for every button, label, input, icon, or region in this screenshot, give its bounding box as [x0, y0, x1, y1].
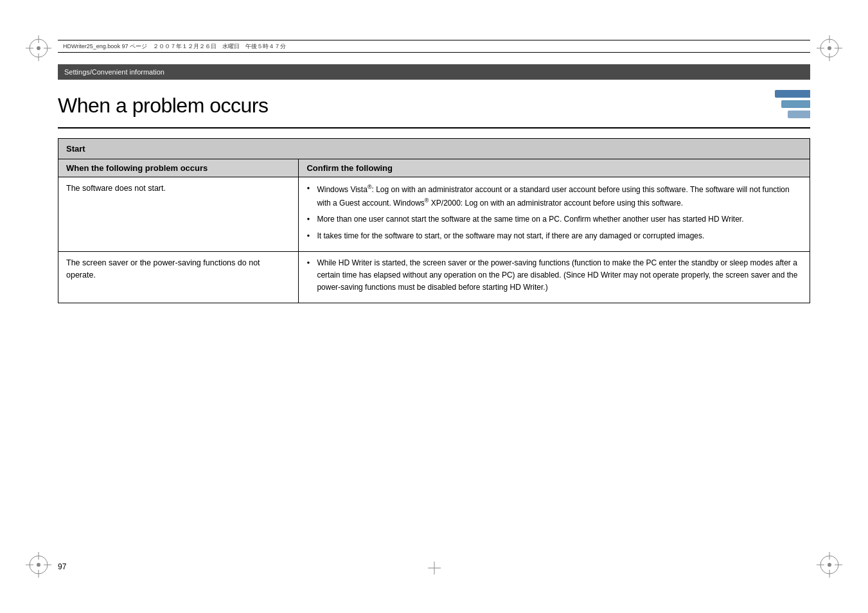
section-header: Settings/Convenient information: [58, 64, 810, 80]
problem-cell-1: The screen saver or the power-saving fun…: [58, 251, 299, 303]
stripe-bar-1: [775, 90, 810, 98]
title-stripe-decoration: [772, 90, 810, 122]
page-title-area: When a problem occurs: [58, 84, 810, 129]
start-header: Start: [58, 139, 810, 159]
confirm-cell-0: Windows Vista®: Log on with an administr…: [299, 177, 810, 252]
file-info-bar: HDWriter25_eng.book 97 ページ ２００７年１２月２６日 水…: [58, 40, 810, 53]
confirm-cell-1: While HD Writer is started, the screen s…: [299, 251, 810, 303]
problem-cell-0: The software does not start.: [58, 177, 299, 252]
stripe-bar-3: [788, 111, 810, 118]
svg-point-13: [37, 563, 40, 567]
page-container: HDWriter25_eng.book 97 ページ ２００７年１２月２６日 水…: [0, 0, 868, 613]
reg-mark-bottom-right: [817, 552, 842, 578]
svg-point-1: [37, 46, 40, 50]
file-info-text: HDWriter25_eng.book 97 ページ ２００７年１２月２６日 水…: [63, 42, 286, 51]
page-title: When a problem occurs: [58, 94, 268, 118]
section-header-text: Settings/Convenient information: [64, 68, 164, 76]
svg-point-7: [828, 46, 831, 50]
svg-point-19: [828, 563, 831, 567]
stripe-bar-2: [781, 100, 810, 108]
problem-table: Start When the following problem occurs …: [58, 138, 810, 303]
page-number: 97: [58, 562, 66, 571]
reg-mark-top-left: [26, 35, 51, 61]
confirm-bullet-0-2: It takes time for the software to start,…: [306, 230, 802, 242]
content-area: Start When the following problem occurs …: [58, 138, 810, 303]
col-problem-header: When the following problem occurs: [58, 159, 299, 177]
confirm-bullet-1-0: While HD Writer is started, the screen s…: [306, 257, 802, 294]
confirm-bullet-0-1: More than one user cannot start the soft…: [306, 213, 802, 226]
table-row: The software does not start.Windows Vist…: [58, 177, 810, 252]
reg-mark-bottom-left: [26, 552, 51, 578]
bottom-center-mark: [428, 562, 441, 574]
col-confirm-header: Confirm the following: [299, 159, 810, 177]
confirm-bullet-0-0: Windows Vista®: Log on with an administr…: [306, 182, 802, 209]
reg-mark-top-right: [817, 35, 842, 61]
table-row: The screen saver or the power-saving fun…: [58, 251, 810, 303]
